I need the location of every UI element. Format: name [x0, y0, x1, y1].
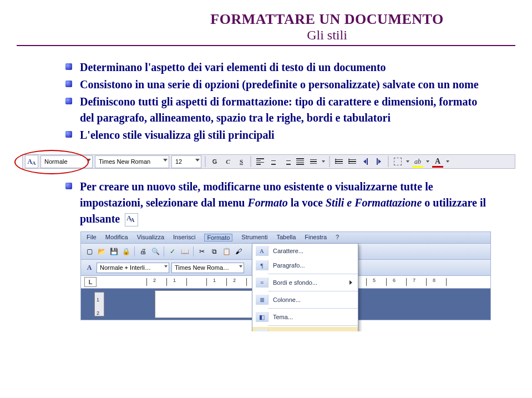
- bullet-item: Consistono in una serie di opzioni (pred…: [65, 77, 493, 93]
- dropdown-icon[interactable]: [445, 160, 450, 163]
- new-doc-icon[interactable]: ▢: [84, 246, 94, 256]
- menu-finestra[interactable]: Finestra: [305, 234, 327, 241]
- numbered-list-button[interactable]: [333, 156, 344, 167]
- vertical-ruler: 1 2: [94, 292, 104, 316]
- page-subtitle: Gli stili: [139, 28, 515, 43]
- font-value: Times New Roman: [99, 158, 150, 165]
- highlight-button[interactable]: ab: [412, 156, 423, 167]
- size-selector[interactable]: 12: [171, 155, 201, 168]
- ruler-tick: 1: [173, 278, 176, 283]
- style-selector[interactable]: Normale: [40, 155, 93, 168]
- formato-dropdown-menu: A Carattere... ¶ Paragrafo... ≡ Bordi e …: [252, 243, 358, 331]
- font-selector[interactable]: Times New Roman: [95, 155, 169, 168]
- ruler-tick: 2: [97, 310, 99, 316]
- ruler-tick: 7: [413, 278, 416, 283]
- page-title: FORMATTARE UN DOCUMENTO: [139, 11, 515, 28]
- character-icon: A: [256, 246, 268, 256]
- dropdown-icon[interactable]: [321, 160, 326, 163]
- menu-inserisci[interactable]: Inserisci: [173, 234, 195, 241]
- copy-icon[interactable]: ⧉: [209, 246, 219, 256]
- menu-modifica[interactable]: Modifica: [105, 234, 128, 241]
- menu-tabella[interactable]: Tabella: [276, 234, 296, 241]
- submenu-arrow-icon: [349, 280, 352, 285]
- word-window: File Modifica Visualizza Inserisci Forma…: [80, 231, 491, 320]
- paste-icon[interactable]: 📋: [221, 246, 231, 256]
- tab-type-button[interactable]: L: [84, 277, 97, 287]
- bullet-item: L'elenco stile visualizza gli stili prin…: [65, 127, 493, 143]
- style-value: Normale + Interli…: [100, 264, 151, 271]
- bulleted-list-button[interactable]: [347, 156, 358, 167]
- menu-strumenti[interactable]: Strumenti: [241, 234, 267, 241]
- menu-visualizza[interactable]: Visualizza: [137, 234, 164, 241]
- research-icon[interactable]: 📖: [180, 246, 190, 256]
- menu-label: Paragrafo...: [273, 262, 352, 269]
- align-center-button[interactable]: [268, 156, 279, 167]
- menu-item-stili-formattazione[interactable]: A Stili e formattazione...: [252, 327, 358, 331]
- spellcheck-icon[interactable]: ✓: [168, 246, 178, 256]
- italic-button[interactable]: C: [222, 156, 234, 167]
- font-color-button[interactable]: A: [432, 156, 443, 167]
- menu-label: Colonne...: [273, 296, 352, 303]
- open-icon[interactable]: 📂: [97, 246, 107, 256]
- menu-formato[interactable]: Formato: [204, 234, 232, 241]
- styles-pane-button[interactable]: A: [84, 263, 94, 273]
- menu-file[interactable]: File: [87, 234, 97, 241]
- font-selector[interactable]: Times New Roma…: [171, 263, 244, 273]
- text: la voce: [288, 197, 326, 209]
- menu-help[interactable]: ?: [336, 234, 339, 241]
- dropdown-icon[interactable]: [406, 160, 410, 163]
- menu-name-formato: Formato: [247, 197, 287, 209]
- font-value: Times New Roma…: [175, 264, 229, 271]
- format-painter-icon[interactable]: 🖌: [234, 246, 244, 256]
- ruler-tick: 5: [373, 278, 376, 283]
- align-left-button[interactable]: [255, 156, 266, 167]
- theme-icon: ◧: [256, 312, 268, 322]
- size-value: 12: [175, 158, 182, 165]
- cut-icon[interactable]: ✂: [197, 246, 207, 256]
- menu-label: Carattere...: [273, 248, 352, 254]
- menu-label: Tema...: [273, 314, 352, 320]
- ruler-tick: 1: [97, 297, 99, 303]
- permission-icon[interactable]: 🔒: [121, 246, 131, 256]
- styles-icon: A: [256, 329, 268, 331]
- styles-pane-button[interactable]: AA: [25, 155, 38, 168]
- menu-item-bordi[interactable]: ≡ Bordi e sfondo...: [252, 275, 358, 290]
- menu-item-colonne[interactable]: ≣ Colonne...: [252, 293, 358, 307]
- menu-bar: File Modifica Visualizza Inserisci Forma…: [80, 231, 491, 244]
- line-spacing-button[interactable]: [308, 156, 319, 167]
- menu-label: Bordi e sfondo...: [273, 279, 345, 286]
- paragraph-icon: ¶: [256, 260, 268, 270]
- underline-button[interactable]: S: [236, 156, 247, 167]
- dropdown-icon[interactable]: [425, 160, 430, 163]
- style-selector[interactable]: Normale + Interli…: [97, 263, 169, 273]
- menu-item-name: Stili e Formattazione: [326, 197, 422, 209]
- ruler-tick: 6: [393, 278, 396, 283]
- align-right-button[interactable]: [281, 156, 292, 167]
- ruler-tick: 1: [213, 278, 216, 283]
- save-icon[interactable]: 💾: [109, 246, 119, 256]
- menu-item-paragrafo[interactable]: ¶ Paragrafo...: [252, 258, 358, 273]
- menu-label: Stili e formattazione...: [273, 331, 352, 331]
- preview-icon[interactable]: 🔍: [150, 246, 160, 256]
- menu-item-tema[interactable]: ◧ Tema...: [252, 310, 358, 324]
- bullet-item: Determinano l'aspetto dei vari elementi …: [65, 59, 493, 75]
- borders-icon: ≡: [256, 278, 268, 288]
- bullet-item: Per creare un nuovo stile, modificarne u…: [65, 179, 493, 227]
- print-icon[interactable]: 🖨: [138, 246, 148, 256]
- menu-item-carattere[interactable]: A Carattere...: [252, 244, 358, 258]
- style-value: Normale: [44, 158, 68, 165]
- bullet-item: Definiscono tutti gli aspetti di formatt…: [65, 94, 493, 126]
- title-divider: [17, 45, 515, 46]
- align-justify-button[interactable]: [295, 156, 306, 167]
- borders-button[interactable]: [392, 156, 403, 167]
- bold-button[interactable]: G: [209, 156, 220, 167]
- decrease-indent-button[interactable]: [360, 156, 371, 167]
- bottom-bullet-list: Per creare un nuovo stile, modificarne u…: [43, 179, 493, 227]
- top-bullet-list: Determinano l'aspetto dei vari elementi …: [43, 59, 493, 143]
- increase-indent-button[interactable]: [373, 156, 384, 167]
- ruler-tick: 8: [433, 278, 435, 283]
- ruler-tick: 2: [233, 278, 236, 283]
- ruler-tick: 2: [153, 278, 156, 283]
- formatting-toolbar: AA Normale Times New Roman 12 G C S ab A: [22, 154, 515, 169]
- styles-pane-icon: [125, 213, 138, 226]
